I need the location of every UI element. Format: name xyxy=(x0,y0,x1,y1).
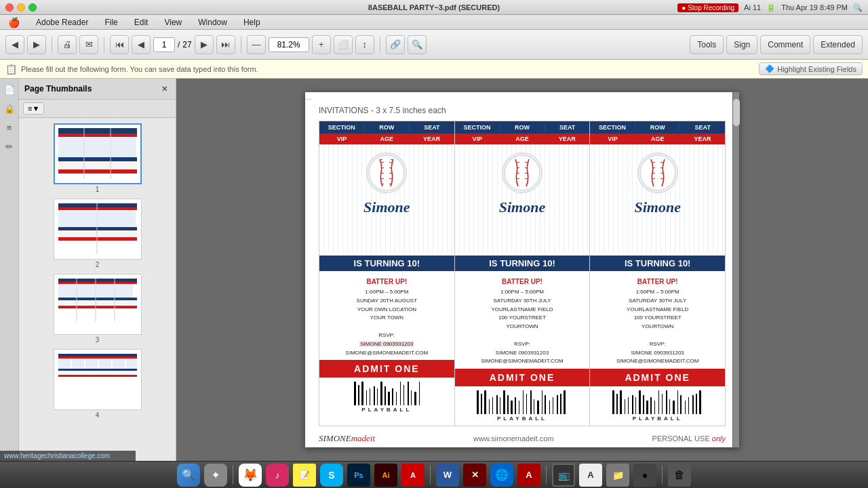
maximize-button[interactable] xyxy=(28,3,37,12)
page-thumbnail-2[interactable]: 2 xyxy=(54,199,142,268)
tools-button[interactable]: Tools xyxy=(690,35,724,54)
print-button[interactable]: 🖨 xyxy=(58,35,77,54)
ticket-2-body: Simone xyxy=(455,144,590,253)
dock-item-itunes[interactable]: ♪ xyxy=(266,464,289,487)
last-page-button[interactable]: ⏭ xyxy=(216,35,235,54)
highlight-icon: 🔷 xyxy=(765,64,774,73)
svg-rect-19 xyxy=(58,237,137,241)
minimize-button[interactable] xyxy=(17,3,25,12)
ticket-2-header-section: SECTION xyxy=(455,124,500,131)
barcode-lines-3 xyxy=(593,390,722,414)
svg-rect-48 xyxy=(58,377,137,380)
dock-item-trash[interactable]: 🗑 xyxy=(668,464,691,487)
next-page-button[interactable]: ▶ xyxy=(27,35,46,54)
ticket-3-turning: IS TURNING 10! xyxy=(590,256,725,271)
sidebar-pen-icon[interactable]: ✏ xyxy=(3,140,16,153)
dock-item-finder[interactable]: 🔍 xyxy=(177,464,200,487)
svg-rect-44 xyxy=(126,359,137,369)
comment-button[interactable]: Comment xyxy=(760,35,810,54)
highlight-fields-button[interactable]: 🔷 Highlight Existing Fields xyxy=(759,62,863,75)
scrollbar[interactable] xyxy=(732,92,739,447)
dock-item-illustrator[interactable]: Ai xyxy=(374,464,397,487)
ticket-1-admit: ADMIT ONE xyxy=(319,360,454,378)
page-number-input[interactable] xyxy=(153,37,175,52)
ticket-3-year: YEAR xyxy=(680,136,725,142)
ticket-1-body: Simone xyxy=(319,144,454,253)
ticket-1-header: SECTION ROW SEAT xyxy=(319,121,454,134)
prev-page-button[interactable]: ◀ xyxy=(5,35,24,54)
ticket-1: SECTION ROW SEAT VIP AGE YEAR xyxy=(319,121,455,426)
svg-rect-38 xyxy=(58,357,137,359)
apple-menu[interactable]: 🍎 xyxy=(5,17,22,28)
footer-brand: SIMONEmadeit xyxy=(319,433,375,444)
zoom-in-button[interactable]: + xyxy=(312,35,331,54)
ticket-3-title: BATTER UP! xyxy=(591,277,724,287)
zoom-input[interactable] xyxy=(269,37,309,52)
sidebar-lock-icon[interactable]: 🔒 xyxy=(3,102,16,115)
ticket-1-details[interactable]: BATTER UP! 1:00PM – 5:00PMSUNDAY 20TH AU… xyxy=(319,274,454,360)
pdf-footer: SIMONEmadeit www.simonemadeit.com PERSON… xyxy=(319,433,726,444)
dock-item-launchpad[interactable]: ✦ xyxy=(204,464,227,487)
svg-rect-39 xyxy=(58,359,71,369)
dock-item-skype[interactable]: S xyxy=(320,464,343,487)
website-bar: www.heritagechristianacollege.com xyxy=(0,451,136,461)
ticket-3-header: SECTION ROW SEAT xyxy=(590,121,725,134)
dock-item-browser[interactable]: 🌐 xyxy=(490,464,513,487)
extended-button[interactable]: Extended xyxy=(813,35,863,54)
sidebar: 📄 🔒 ≡ ✏ Page Thumbnails ✕ ≡▼ xyxy=(0,79,176,461)
svg-rect-5 xyxy=(111,137,136,157)
zoom-button[interactable]: 🔍 xyxy=(408,35,427,54)
svg-rect-16 xyxy=(98,210,136,227)
menu-view[interactable]: View xyxy=(161,18,184,27)
dock-item-finder2[interactable]: 📁 xyxy=(606,464,629,487)
sidebar-layers-icon[interactable]: ≡ xyxy=(3,121,16,134)
sidebar-header-icons: ✕ xyxy=(158,83,170,95)
menu-file[interactable]: File xyxy=(102,18,120,27)
dock-item-acrobat2[interactable]: A xyxy=(517,464,540,487)
scrollbar-thumb[interactable] xyxy=(733,99,740,126)
first-page-button[interactable]: ⏮ xyxy=(110,35,129,54)
close-button[interactable] xyxy=(5,3,14,12)
thumbnail-label-3: 3 xyxy=(96,336,100,344)
menu-window[interactable]: Window xyxy=(195,18,230,27)
page-thumbnail-3[interactable]: 3 xyxy=(54,274,142,344)
link-button[interactable]: 🔗 xyxy=(386,35,405,54)
ticket-3-baseball xyxy=(637,152,678,193)
sign-button[interactable]: Sign xyxy=(726,35,757,54)
email-button[interactable]: ✉ xyxy=(79,35,98,54)
dock-item-photoshop[interactable]: Ps xyxy=(347,464,370,487)
pdf-viewer[interactable]: INVITATIONS - 3 x 7.5 inches each SECTIO… xyxy=(176,79,868,461)
back-page-button[interactable]: ◀ xyxy=(132,35,151,54)
svg-rect-32 xyxy=(58,308,137,312)
traffic-lights xyxy=(5,3,37,12)
zoom-out-button[interactable]: — xyxy=(247,35,266,54)
fit-page-button[interactable]: ⬜ xyxy=(334,35,353,54)
dock-item-textedit[interactable]: A xyxy=(579,464,602,487)
dock-item-crossover[interactable]: ✕ xyxy=(463,464,486,487)
thumbnail-image-1 xyxy=(54,123,142,184)
menu-edit[interactable]: Edit xyxy=(132,18,151,27)
svg-rect-18 xyxy=(58,230,137,237)
forward-page-button[interactable]: ▶ xyxy=(195,35,214,54)
barcode-lines-2 xyxy=(458,390,587,414)
search-icon[interactable]: 🔍 xyxy=(853,3,863,12)
menu-help[interactable]: Help xyxy=(241,18,263,27)
dock-item-firefox[interactable]: 🦊 xyxy=(239,464,262,487)
ticket-2-header-row: ROW xyxy=(500,124,545,131)
page-thumbnail-4[interactable]: 4 xyxy=(54,349,142,419)
page-separator: / xyxy=(178,40,180,49)
page-thumbnail-1[interactable]: 1 xyxy=(54,123,142,193)
dock-item-acrobat[interactable]: A xyxy=(401,464,425,487)
ticket-3-barcode-text: PLAYBALL xyxy=(593,415,722,422)
fit-width-button[interactable]: ↕ xyxy=(355,35,374,54)
dock-item-screen[interactable]: 📺 xyxy=(552,464,575,487)
sidebar-close-button[interactable]: ✕ xyxy=(158,83,170,95)
sidebar-view-button[interactable]: ≡▼ xyxy=(23,102,44,115)
dock-item-word[interactable]: W xyxy=(436,464,459,487)
dock-item-stickies[interactable]: 📝 xyxy=(293,464,316,487)
toolbar-right: Tools Sign Comment Extended xyxy=(690,35,863,54)
dock-item-unknown[interactable]: ● xyxy=(633,464,656,487)
menu-app[interactable]: Adobe Reader xyxy=(33,18,91,27)
separator-3 xyxy=(241,37,241,53)
sidebar-thumbnail-icon[interactable]: 📄 xyxy=(3,83,16,96)
